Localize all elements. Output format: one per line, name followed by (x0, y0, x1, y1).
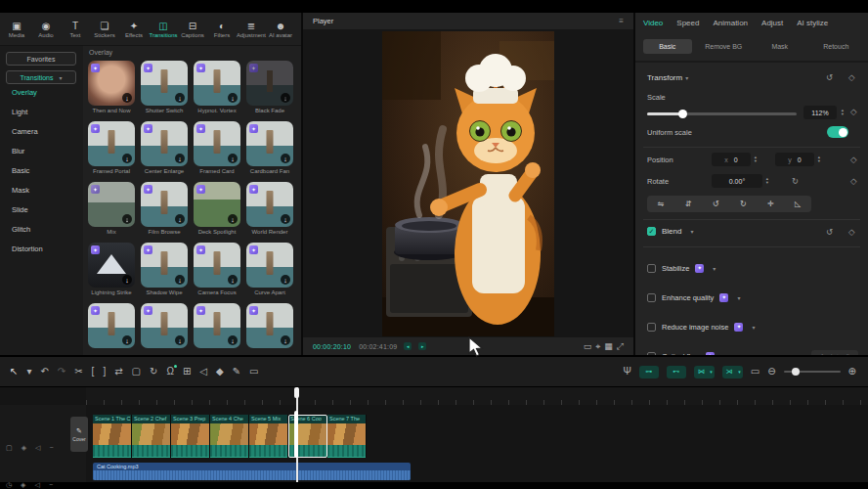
transition-item[interactable]: ✦ ↓ (141, 303, 188, 350)
download-icon[interactable]: ↓ (175, 275, 185, 285)
timeline-tool-icon[interactable]: ↶ (40, 367, 48, 377)
keyframe-icon[interactable]: ◇ (848, 228, 855, 237)
download-icon[interactable]: ↓ (122, 154, 132, 163)
favorites-button[interactable]: Favorites (6, 52, 76, 66)
timeline-ruler[interactable] (86, 387, 868, 405)
download-icon[interactable]: ↓ (228, 154, 238, 163)
align-icon[interactable]: ✛ (767, 200, 774, 208)
position-x-field[interactable]: x 0 (712, 153, 751, 166)
rotate-stepper[interactable]: ▴▾ (763, 174, 771, 188)
category-dropdown[interactable]: Transitions ▾ (6, 70, 76, 84)
transition-item[interactable]: ✦ ↓ Framed Portal (88, 121, 135, 174)
video-clip[interactable]: Scene 3 Prep (171, 415, 210, 458)
video-preview[interactable] (382, 31, 554, 336)
transition-item[interactable]: ✦ ↓ Center Enlarge (141, 121, 188, 174)
transition-thumbnail[interactable]: ✦ ↓ (246, 61, 293, 106)
transition-thumbnail[interactable]: ✦ ↓ (246, 182, 293, 227)
chevron-down-icon[interactable]: ▾ (690, 228, 693, 235)
scale-value[interactable]: 112% (803, 106, 837, 119)
video-clip[interactable]: Scene 7 The (327, 415, 367, 458)
download-icon[interactable]: ↓ (281, 93, 290, 103)
player-control-icon[interactable]: ⌖ (595, 342, 600, 351)
download-icon[interactable]: ↓ (122, 214, 132, 224)
video-clip[interactable]: Scene 2 Chef (132, 415, 171, 458)
download-icon[interactable]: ↓ (122, 93, 132, 103)
timeline-toggle-pill[interactable]: ⋊ (722, 366, 743, 378)
align-icon[interactable]: ⇋ (658, 200, 665, 208)
scale-stepper[interactable]: ▴▾ (839, 106, 846, 119)
timeline-tool-icon[interactable]: Ω (166, 367, 173, 377)
timeline-tool-icon[interactable]: ↖ (10, 367, 18, 377)
timeline-tool-icon[interactable]: ✎ (233, 367, 240, 377)
keyframe-icon[interactable]: ◇ (848, 73, 855, 82)
transition-thumbnail[interactable]: ✦ ↓ (246, 243, 293, 288)
transition-thumbnail[interactable]: ✦ ↓ (194, 61, 240, 106)
transition-thumbnail[interactable]: ✦ ↓ (88, 61, 135, 106)
section-checkbox[interactable] (647, 264, 656, 273)
position-x-stepper[interactable]: ▴▾ (752, 153, 760, 166)
track-control-icon[interactable]: ◷ (6, 481, 12, 488)
download-icon[interactable]: ↓ (122, 275, 132, 285)
transition-thumbnail[interactable]: ✦ ↓ (88, 182, 135, 227)
keyframe-icon[interactable]: ◇ (850, 108, 857, 116)
transition-item[interactable]: ✦ ↓ Framed Card (194, 121, 240, 174)
track-control-icon[interactable]: ◈ (22, 444, 26, 451)
download-icon[interactable]: ↓ (175, 214, 185, 224)
screen-icon[interactable]: ▭ (751, 367, 760, 377)
frame-step-icon[interactable]: ◂ (404, 342, 412, 350)
timeline-toggle-pill[interactable]: ⋈ (694, 366, 715, 378)
download-icon[interactable]: ↓ (281, 275, 290, 285)
transition-item[interactable]: ✦ ↓ Curve Apart (246, 243, 293, 295)
transition-item[interactable]: ✦ ↓ Film Browse (141, 182, 188, 235)
video-clip[interactable]: Scene 5 Mix (249, 415, 288, 458)
top-toolbar-item[interactable]: ✦ Effects (119, 21, 149, 38)
download-icon[interactable]: ↓ (228, 214, 238, 224)
section-checkbox[interactable] (647, 293, 656, 302)
audio-clip[interactable]: Cat Cooking.mp3 (93, 463, 411, 480)
transition-item[interactable]: ✦ ↓ (194, 303, 240, 350)
transition-thumbnail[interactable]: ✦ ↓ (246, 121, 293, 166)
top-toolbar-item[interactable]: ◉ Audio (31, 21, 61, 38)
inspector-tab[interactable]: Animation (713, 19, 748, 27)
align-icon[interactable]: ↺ (713, 200, 719, 208)
transition-thumbnail[interactable]: ✦ ↓ (141, 121, 188, 166)
chevron-down-icon[interactable]: ▾ (737, 294, 740, 301)
scale-slider[interactable] (647, 110, 797, 118)
track-control-icon[interactable]: ◁ (35, 481, 40, 488)
transition-item[interactable]: ✦ ↓ Black Fade (246, 61, 293, 113)
timeline-tool-icon[interactable]: ▢ (132, 367, 141, 377)
player-control-icon[interactable]: ▭ (584, 342, 592, 351)
transition-thumbnail[interactable]: ✦ ↓ (194, 243, 240, 288)
transition-item[interactable]: ✦ ↓ Shutter Switch (141, 61, 188, 113)
timeline-zoom-slider[interactable] (784, 371, 841, 373)
transition-item[interactable]: ✦ ↓ Deck Spotlight (194, 182, 240, 235)
top-toolbar-item[interactable]: T Text (61, 21, 90, 38)
timeline-tool-icon[interactable]: [ (92, 367, 95, 377)
track-control-icon[interactable]: − (49, 444, 53, 451)
reset-icon[interactable]: ↺ (826, 73, 833, 82)
top-toolbar-item[interactable]: ≣ Adjustment (237, 21, 266, 38)
timeline-tool-icon[interactable]: ✂ (74, 367, 82, 377)
inspector-tab[interactable]: Speed (676, 19, 699, 27)
inspector-subtab[interactable]: Retouch (812, 39, 861, 54)
timeline-tool-icon[interactable]: ▭ (249, 367, 258, 377)
track-control-icon[interactable]: ◁ (35, 444, 40, 451)
transition-item[interactable]: ✦ ↓ Cardboard Fan (246, 121, 293, 174)
transition-item[interactable]: ✦ ↓ (246, 303, 293, 350)
download-icon[interactable]: ↓ (175, 335, 185, 345)
download-icon[interactable]: ↓ (228, 275, 238, 285)
timeline-tool-icon[interactable]: ▾ (26, 367, 31, 377)
keyframe-icon[interactable]: ◇ (850, 177, 857, 186)
transition-thumbnail[interactable]: ✦ ↓ (88, 121, 135, 166)
video-clip[interactable]: Scene 4 Che (210, 415, 249, 458)
rotate-field[interactable]: 0.00° (712, 174, 762, 188)
download-icon[interactable]: ↓ (281, 214, 290, 224)
top-toolbar-item[interactable]: ◐ Filters (207, 21, 237, 38)
transition-thumbnail[interactable]: ✦ ↓ (88, 243, 135, 288)
timeline-toggle-pill[interactable]: ⊶ (639, 366, 659, 378)
keyframe-icon[interactable]: ◇ (850, 156, 857, 164)
inspector-tab[interactable]: Video (643, 19, 663, 27)
track-control-icon[interactable]: ▢ (6, 444, 13, 451)
download-icon[interactable]: ↓ (175, 154, 185, 163)
top-toolbar-item[interactable]: ⊟ Captions (178, 21, 207, 38)
